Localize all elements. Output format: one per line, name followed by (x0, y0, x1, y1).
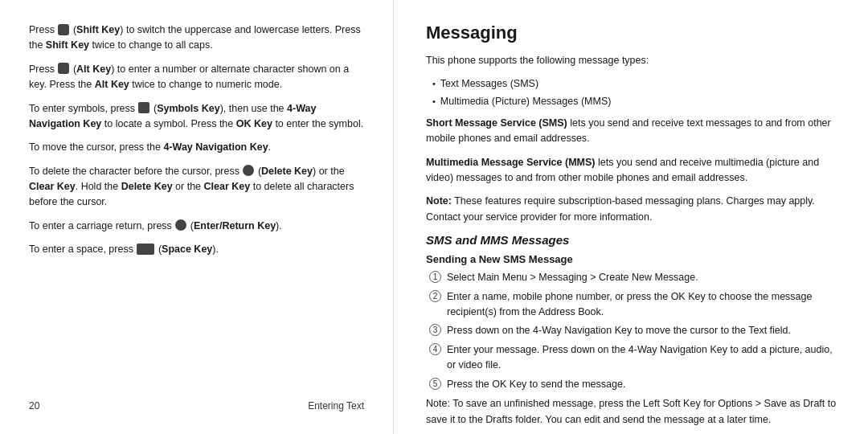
step-1: 1 Select Main Menu > Messaging > Create … (429, 270, 839, 285)
right-footer: Messaging 21 (426, 428, 839, 434)
right-intro: This phone supports the following messag… (426, 53, 839, 68)
paragraph-enter: To enter a carriage return, press (Enter… (29, 219, 364, 234)
note-draft: Note: To save an unfinished message, pre… (426, 396, 839, 428)
left-page-label: Entering Text (308, 400, 364, 411)
bullet-sms-label: Text Messages (SMS) (440, 76, 538, 92)
paragraph-shift: Press (Shift Key) to switch the uppercas… (29, 23, 364, 54)
paragraph-delete: To delete the character before the curso… (29, 164, 364, 211)
sending-sms-heading: Sending a New SMS Message (426, 253, 839, 265)
paragraph-note-features: Note: These features require subscriptio… (426, 194, 839, 225)
press-label: Press (29, 24, 57, 35)
step-3: 3 Press down on the 4-Way Navigation Key… (429, 323, 839, 338)
space-icon (137, 244, 154, 255)
enter-icon (175, 219, 186, 231)
symbols-icon (138, 102, 149, 113)
bullet-dot-2: • (432, 95, 436, 108)
page-right: Messaging This phone supports the follow… (394, 0, 868, 434)
bullet-mms-label: Multimedia (Picture) Messages (MMS) (440, 94, 612, 109)
step-4: 4 Enter your message. Press down on the … (429, 342, 839, 373)
paragraph-cursor: To move the cursor, press the 4-Way Navi… (29, 140, 364, 155)
step-num-5: 5 (429, 378, 441, 390)
bullet-mms: • Multimedia (Picture) Messages (MMS) (432, 94, 839, 109)
delete-icon (243, 165, 254, 176)
shift-icon (58, 24, 69, 35)
step-num-3: 3 (429, 324, 441, 336)
bullet-sms: • Text Messages (SMS) (432, 76, 839, 92)
sms-mms-subtitle: SMS and MMS Messages (426, 233, 839, 247)
left-page-number: 20 (29, 400, 39, 411)
paragraph-mms-desc: Multimedia Message Service (MMS) lets yo… (426, 155, 839, 186)
right-content: Messaging This phone supports the follow… (426, 23, 839, 428)
alt-icon (58, 63, 69, 74)
message-types-list: • Text Messages (SMS) • Multimedia (Pict… (432, 76, 839, 109)
left-footer: 20 Entering Text (29, 394, 364, 411)
paragraph-alt: Press (Alt Key) to enter a number or alt… (29, 62, 364, 93)
messaging-title: Messaging (426, 23, 839, 43)
page-left: Press (Shift Key) to switch the uppercas… (0, 0, 394, 434)
step-num-4: 4 (429, 343, 441, 355)
step-num-1: 1 (429, 271, 441, 283)
step-num-2: 2 (429, 290, 441, 302)
paragraph-symbols: To enter symbols, press (Symbols Key), t… (29, 101, 364, 133)
bullet-dot-1: • (432, 77, 436, 91)
paragraph-space: To enter a space, press (Space Key). (29, 242, 364, 257)
paragraph-sms-desc: Short Message Service (SMS) lets you sen… (426, 116, 839, 147)
sms-steps-list: 1 Select Main Menu > Messaging > Create … (429, 270, 839, 391)
step-2: 2 Enter a name, mobile phone number, or … (429, 289, 839, 320)
left-content: Press (Shift Key) to switch the uppercas… (29, 23, 364, 394)
step-5: 5 Press the OK Key to send the message. (429, 377, 839, 392)
